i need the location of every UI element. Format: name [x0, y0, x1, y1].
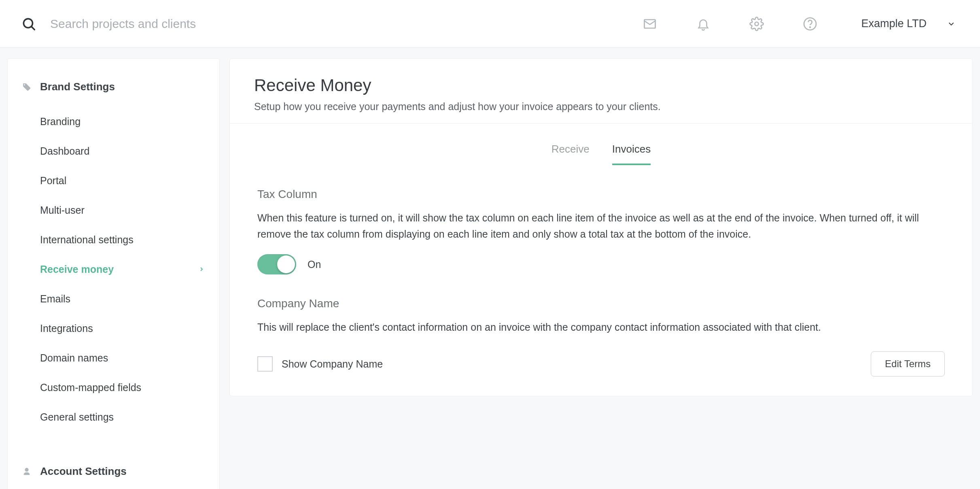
sidebar-item-label: Portal	[40, 175, 66, 187]
tab-receive[interactable]: Receive	[552, 143, 590, 165]
chevron-right-icon	[198, 266, 206, 273]
search-icon	[21, 16, 36, 32]
tabs: Receive Invoices	[230, 123, 972, 165]
tab-label: Receive	[552, 143, 590, 155]
toggle-knob	[277, 255, 295, 273]
show-company-name-checkbox[interactable]	[257, 356, 273, 372]
nav-list: Branding Dashboard Portal Multi-user Int…	[21, 107, 206, 432]
sidebar-item-label: Dashboard	[40, 145, 89, 157]
search-input[interactable]	[50, 17, 333, 31]
svg-point-3	[755, 22, 759, 26]
sidebar-item-branding[interactable]: Branding	[40, 107, 206, 136]
topbar: Example LTD	[0, 0, 980, 48]
search-wrap	[21, 16, 642, 32]
main-panel: Receive Money Setup how you receive your…	[229, 58, 973, 396]
toggle-state-label: On	[308, 259, 321, 270]
tax-column-title: Tax Column	[257, 188, 945, 201]
sidebar-item-label: Multi-user	[40, 204, 85, 216]
company-name-desc: This will replace the client's contact i…	[257, 319, 945, 335]
page-subtitle: Setup how you receive your payments and …	[254, 101, 948, 113]
sidebar-item-integrations[interactable]: Integrations	[40, 314, 206, 343]
mail-icon[interactable]	[642, 16, 658, 32]
sidebar-item-label: Branding	[40, 116, 81, 128]
sidebar-item-dashboard[interactable]: Dashboard	[40, 136, 206, 166]
sidebar-item-domain-names[interactable]: Domain names	[40, 343, 206, 373]
help-icon[interactable]	[802, 16, 818, 32]
company-name-row: Show Company Name Edit Terms	[257, 351, 945, 376]
account-settings-label: Account Settings	[40, 465, 127, 478]
content: Tax Column When this feature is turned o…	[230, 188, 972, 376]
svg-point-5	[810, 27, 811, 28]
tax-column-toggle[interactable]	[257, 254, 296, 274]
sidebar-item-international-settings[interactable]: International settings	[40, 225, 206, 255]
account-settings-header: Account Settings	[21, 465, 206, 478]
edit-terms-button[interactable]: Edit Terms	[871, 351, 945, 376]
sidebar: Brand Settings Branding Dashboard Portal…	[7, 58, 220, 489]
company-name-title: Company Name	[257, 297, 945, 310]
tag-icon	[21, 82, 32, 92]
sidebar-item-label: Domain names	[40, 352, 108, 364]
main-header: Receive Money Setup how you receive your…	[230, 59, 972, 123]
tab-invoices[interactable]: Invoices	[612, 143, 651, 165]
sidebar-item-label: Emails	[40, 293, 70, 305]
sidebar-item-multi-user[interactable]: Multi-user	[40, 196, 206, 225]
svg-line-1	[32, 26, 35, 30]
sidebar-item-emails[interactable]: Emails	[40, 284, 206, 314]
chevron-down-icon	[947, 19, 956, 28]
sidebar-item-receive-money[interactable]: Receive money	[40, 255, 206, 284]
sidebar-item-label: Integrations	[40, 323, 93, 334]
gear-icon[interactable]	[749, 16, 765, 32]
bell-icon[interactable]	[695, 16, 711, 32]
tax-column-toggle-row: On	[257, 254, 945, 274]
company-dropdown[interactable]: Example LTD	[855, 17, 962, 30]
sidebar-item-general-settings[interactable]: General settings	[40, 402, 206, 432]
brand-settings-label: Brand Settings	[40, 81, 115, 93]
sidebar-item-label: Custom-mapped fields	[40, 382, 141, 393]
sidebar-item-label: Receive money	[40, 264, 114, 275]
company-name-label: Example LTD	[861, 17, 927, 30]
topbar-right: Example LTD	[642, 16, 962, 32]
page-title: Receive Money	[254, 76, 948, 95]
user-icon	[21, 466, 32, 477]
sidebar-item-label: General settings	[40, 411, 114, 423]
topbar-icons	[642, 16, 826, 32]
brand-settings-header: Brand Settings	[21, 81, 206, 93]
sidebar-item-label: International settings	[40, 234, 134, 246]
sidebar-item-custom-mapped-fields[interactable]: Custom-mapped fields	[40, 373, 206, 402]
checkbox-wrap: Show Company Name	[257, 356, 383, 372]
checkbox-label: Show Company Name	[282, 358, 383, 370]
tab-label: Invoices	[612, 143, 651, 155]
sidebar-item-portal[interactable]: Portal	[40, 166, 206, 196]
tax-column-desc: When this feature is turned on, it will …	[257, 210, 945, 242]
layout: Brand Settings Branding Dashboard Portal…	[0, 48, 980, 489]
